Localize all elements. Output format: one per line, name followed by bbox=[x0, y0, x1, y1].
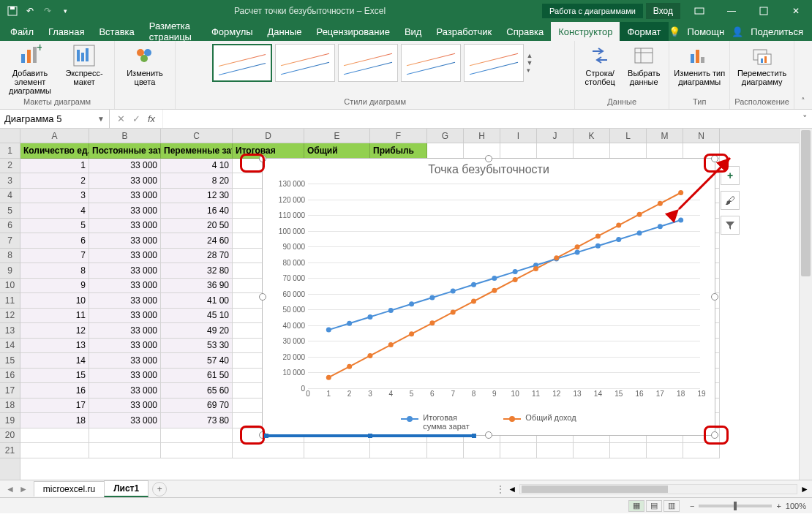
table-cell[interactable]: 17 bbox=[20, 399, 89, 414]
table-cell[interactable]: 32 80 bbox=[161, 263, 233, 279]
chart-style-1[interactable] bbox=[212, 44, 272, 82]
table-cell[interactable]: 16 bbox=[20, 383, 89, 399]
zoom-in-icon[interactable]: + bbox=[776, 502, 781, 510]
table-cell[interactable]: 8 bbox=[20, 263, 89, 279]
tab-home[interactable]: Главная bbox=[41, 22, 91, 41]
table-header-cell[interactable]: Постоянные затраты bbox=[89, 143, 161, 159]
table-cell[interactable]: 33 000 bbox=[89, 219, 161, 234]
hscroll-left-icon[interactable]: ◄ bbox=[508, 484, 516, 494]
zoom-slider[interactable] bbox=[699, 505, 772, 507]
row-header[interactable]: 3 bbox=[0, 173, 20, 189]
quick-layout-button[interactable]: Экспресс-макет bbox=[59, 44, 110, 95]
table-cell[interactable]: 69 70 bbox=[161, 399, 233, 414]
row-header[interactable]: 17 bbox=[0, 383, 20, 399]
vertical-scrollbar[interactable] bbox=[799, 129, 812, 480]
column-header[interactable]: G bbox=[427, 129, 464, 143]
table-header-cell[interactable] bbox=[500, 143, 537, 159]
row-header[interactable]: 2 bbox=[0, 159, 20, 174]
select-all-corner[interactable] bbox=[0, 129, 20, 143]
switch-row-column-button[interactable]: Строка/столбец bbox=[579, 44, 620, 86]
column-header[interactable]: D bbox=[233, 129, 304, 143]
table-cell[interactable]: 33 000 bbox=[89, 263, 161, 279]
view-page-layout-icon[interactable]: ▤ bbox=[646, 500, 662, 512]
move-chart-button[interactable]: Переместить диаграмму bbox=[737, 44, 788, 86]
ribbon-options-icon[interactable] bbox=[683, 0, 715, 22]
row-header[interactable]: 12 bbox=[0, 309, 20, 324]
table-cell[interactable]: 36 90 bbox=[161, 279, 233, 294]
minimize-icon[interactable]: ― bbox=[715, 0, 748, 22]
tab-view[interactable]: Вид bbox=[397, 22, 429, 41]
column-header[interactable]: H bbox=[464, 129, 500, 143]
table-cell[interactable]: 14 bbox=[20, 353, 89, 369]
tell-me-icon[interactable]: 💡 bbox=[669, 26, 680, 37]
table-header-cell[interactable]: Переменные затраты bbox=[161, 143, 233, 159]
column-header[interactable]: I bbox=[500, 129, 537, 143]
collapse-ribbon-icon[interactable]: ˄ bbox=[794, 41, 812, 109]
expand-formula-bar-icon[interactable]: ˅ bbox=[797, 110, 812, 128]
table-cell[interactable]: 73 80 bbox=[161, 413, 233, 428]
column-header[interactable]: L bbox=[610, 129, 647, 143]
table-header-cell[interactable] bbox=[537, 143, 574, 159]
login-button[interactable]: Вход bbox=[646, 3, 680, 19]
table-header-cell[interactable] bbox=[610, 143, 647, 159]
tab-developer[interactable]: Разработчик bbox=[429, 22, 499, 41]
undo-icon[interactable]: ↶ bbox=[23, 4, 37, 18]
horizontal-scrollbar[interactable] bbox=[519, 484, 797, 494]
table-cell[interactable]: 5 bbox=[20, 219, 89, 234]
table-cell[interactable]: 33 000 bbox=[89, 189, 161, 204]
row-header[interactable]: 18 bbox=[0, 399, 20, 414]
table-cell[interactable]: 33 000 bbox=[89, 353, 161, 369]
style-gallery-scroll[interactable]: ▲▼▾ bbox=[527, 44, 538, 82]
table-header-cell[interactable]: Прибыль bbox=[370, 143, 427, 159]
table-cell[interactable]: 33 000 bbox=[89, 369, 161, 384]
chart-legend[interactable]: Итоговая сумма зарат Общий доход bbox=[263, 413, 715, 431]
chart-handle-ml[interactable] bbox=[259, 293, 266, 301]
chart-handle-mr[interactable] bbox=[711, 293, 718, 301]
tab-chart-design[interactable]: Конструктор bbox=[551, 22, 620, 41]
change-colors-button[interactable]: Изменить цвета bbox=[119, 44, 170, 86]
table-cell[interactable]: 65 60 bbox=[161, 383, 233, 399]
table-cell[interactable] bbox=[683, 443, 720, 458]
cancel-formula-icon[interactable]: ✕ bbox=[117, 113, 125, 124]
table-cell[interactable]: 12 bbox=[20, 323, 89, 339]
table-cell[interactable]: 15 bbox=[20, 369, 89, 384]
namebox-dropdown-icon[interactable]: ▼ bbox=[97, 115, 105, 123]
table-cell[interactable]: 41 00 bbox=[161, 293, 233, 309]
column-header[interactable]: K bbox=[574, 129, 610, 143]
tab-review[interactable]: Рецензирование bbox=[309, 22, 397, 41]
table-cell[interactable]: 10 bbox=[20, 293, 89, 309]
table-header-cell[interactable]: Общий bbox=[304, 143, 370, 159]
table-cell[interactable]: 33 000 bbox=[89, 279, 161, 294]
row-header[interactable]: 1 bbox=[0, 143, 20, 159]
table-cell[interactable]: 2 bbox=[20, 173, 89, 189]
row-header[interactable]: 7 bbox=[0, 233, 20, 249]
table-cell[interactable]: 11 bbox=[20, 309, 89, 324]
row-header[interactable]: 11 bbox=[0, 293, 20, 309]
enter-formula-icon[interactable]: ✓ bbox=[132, 113, 140, 124]
table-cell[interactable]: 1 bbox=[20, 159, 89, 174]
embedded-chart[interactable]: Точка безубыточности 010 00020 00030 000… bbox=[262, 158, 715, 436]
table-cell[interactable]: 33 000 bbox=[89, 339, 161, 354]
column-header[interactable]: N bbox=[683, 129, 720, 143]
row-header[interactable]: 4 bbox=[0, 189, 20, 204]
sheet-tab-2[interactable]: Лист1 bbox=[104, 480, 149, 497]
row-header[interactable]: 20 bbox=[0, 428, 20, 444]
chart-plot-area[interactable]: 010 00020 00030 00040 00050 00060 00070 … bbox=[308, 184, 700, 387]
table-cell[interactable]: 49 20 bbox=[161, 323, 233, 339]
qat-dropdown-icon[interactable]: ▾ bbox=[59, 4, 72, 18]
table-cell[interactable]: 9 bbox=[20, 279, 89, 294]
table-cell[interactable]: 4 bbox=[20, 203, 89, 219]
table-cell[interactable] bbox=[370, 443, 427, 458]
fx-icon[interactable]: fx bbox=[148, 113, 155, 124]
table-cell[interactable]: 16 40 bbox=[161, 203, 233, 219]
table-cell[interactable]: 8 20 bbox=[161, 173, 233, 189]
zoom-out-icon[interactable]: − bbox=[690, 502, 694, 510]
name-box[interactable]: Диаграмма 5 ▼ bbox=[0, 110, 110, 128]
column-header[interactable]: C bbox=[161, 129, 233, 143]
data-range-selection[interactable] bbox=[266, 434, 474, 437]
table-header-cell[interactable]: Количество ед. товара bbox=[20, 143, 89, 159]
table-header-cell[interactable] bbox=[427, 143, 464, 159]
sheet-nav-next-icon[interactable]: ► bbox=[19, 484, 28, 494]
table-cell[interactable] bbox=[610, 443, 647, 458]
tab-page-layout[interactable]: Разметка страницы bbox=[142, 22, 204, 41]
